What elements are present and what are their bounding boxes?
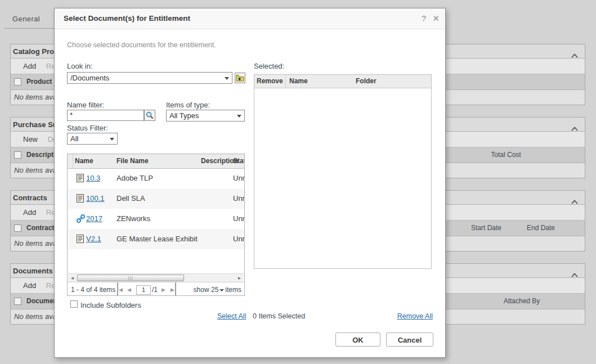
page-next-icon[interactable]: ▶ [162, 282, 165, 296]
look-in-label: Look in: [67, 62, 93, 70]
add-button[interactable]: Add [23, 208, 36, 217]
name-filter-input[interactable]: * [67, 110, 144, 121]
table-row[interactable]: 100.1 Dell SLA Unreleased [68, 188, 244, 209]
status-filter-select[interactable]: All [67, 133, 118, 145]
panel-title: Documents [11, 267, 53, 275]
page-first-icon[interactable]: ◀ [117, 282, 123, 296]
column-folder[interactable]: Folder [356, 75, 377, 88]
column-start-date[interactable]: Start Date [458, 221, 514, 236]
select-all-link[interactable]: Select All [217, 312, 246, 320]
caret-down-icon [237, 115, 241, 118]
select-all-checkbox[interactable] [14, 151, 21, 159]
scrollbar-right-icon[interactable]: ► [235, 274, 244, 282]
page-last-icon[interactable]: ▶ [171, 282, 176, 296]
select-all-checkbox[interactable] [14, 224, 21, 232]
column-remove[interactable]: Remove [257, 75, 283, 88]
column-label[interactable]: Product [26, 74, 52, 89]
caret-down-icon [219, 289, 224, 291]
file-name: Adobe TLP [116, 174, 153, 182]
include-subfolders-label: Include Subfolders [80, 301, 141, 309]
look-in-select[interactable]: /Documents [67, 72, 232, 84]
caret-down-icon [225, 77, 229, 80]
name-filter-label: Name filter: [67, 101, 104, 109]
table-row[interactable]: 10.3 Adobe TLP Unreleased [68, 168, 244, 188]
include-subfolders-checkbox[interactable] [70, 300, 78, 308]
column-file-name[interactable]: File Name [116, 154, 149, 168]
file-name: GE Master Lease Exhibit [116, 235, 198, 243]
horizontal-scrollbar[interactable]: ◄ ► ||| [68, 273, 244, 282]
close-icon[interactable]: ✕ [432, 14, 440, 24]
folder-up-icon [236, 74, 244, 82]
search-button[interactable] [144, 110, 155, 121]
selected-table: Remove Name Folder [254, 74, 432, 269]
items-of-type-label: Items of type: [166, 101, 210, 109]
column-name[interactable]: Name [289, 75, 308, 88]
add-button[interactable]: Add [23, 281, 36, 290]
page-number-input[interactable]: 1 [136, 285, 151, 295]
page-size-value[interactable]: 25 [211, 286, 218, 294]
chevron-up-icon[interactable] [571, 48, 578, 53]
dialog-titlebar: Select Document(s) for Entitlement ? ✕ [55, 8, 445, 29]
caret-down-icon [110, 138, 114, 141]
table-row[interactable]: 2017 ZENworks Unreleased [68, 209, 244, 229]
items-selected-count: 0 Items Selected [253, 312, 305, 320]
status-filter-label: Status Filter: [67, 124, 108, 132]
column-name[interactable]: Name [75, 154, 93, 168]
status-value: Unreleased [233, 214, 245, 223]
document-icon [77, 235, 84, 245]
select-all-checkbox[interactable] [14, 78, 21, 86]
header-gutter [68, 154, 73, 168]
chevron-up-icon[interactable] [571, 268, 578, 272]
chain-link-icon [77, 214, 85, 225]
new-button[interactable]: New [23, 135, 38, 143]
table-header: Name File Name Description Status [68, 154, 244, 169]
document-icon [77, 194, 84, 205]
dialog-subtitle: Choose selected documents for the entitl… [67, 41, 216, 49]
column-end-date[interactable]: End Date [513, 221, 569, 236]
document-list-table: Name File Name Description Status 10.3 A… [67, 154, 245, 296]
add-button[interactable]: Add [23, 62, 36, 70]
cancel-button[interactable]: Cancel [386, 332, 433, 347]
document-link[interactable]: 2017 [86, 214, 102, 223]
document-link[interactable]: V2.1 [86, 235, 101, 243]
panel-title: Contracts [11, 194, 47, 202]
help-icon[interactable]: ? [422, 14, 426, 23]
folder-up-button[interactable] [235, 73, 245, 83]
document-icon [77, 174, 84, 185]
magnifier-icon [146, 111, 154, 119]
status-filter-value: All [70, 134, 78, 143]
show-label: show [194, 286, 209, 294]
dialog-title: Select Document(s) for Entitlement [64, 8, 190, 29]
selected-table-header: Remove Name Folder [254, 75, 431, 88]
scrollbar-left-icon[interactable]: ◄ [68, 274, 77, 282]
items-label: items [225, 286, 241, 294]
file-name: ZENworks [116, 214, 150, 223]
column-total-cost[interactable]: Total Cost [472, 147, 540, 163]
column-divider [285, 75, 286, 88]
look-in-value: /Documents [70, 74, 109, 82]
status-value: Unreleased [233, 235, 245, 243]
items-range: 1 - 4 of 4 items [71, 282, 115, 296]
remove-all-link[interactable]: Remove All [397, 312, 433, 320]
page-total: /1 [152, 282, 158, 296]
scrollbar-thumb[interactable]: ||| [77, 275, 184, 281]
column-status[interactable]: Status [233, 154, 245, 168]
select-documents-dialog: Select Document(s) for Entitlement ? ✕ C… [54, 8, 446, 358]
column-attached-by[interactable]: Attached By [488, 294, 555, 309]
tab-general[interactable]: General [12, 15, 40, 23]
chevron-up-icon[interactable] [571, 195, 578, 199]
page-prev-icon[interactable]: ◀ [127, 282, 131, 296]
status-value: Unreleased [233, 194, 245, 203]
document-link[interactable]: 10.3 [86, 174, 100, 182]
chevron-up-icon[interactable] [571, 122, 578, 126]
table-row[interactable]: V2.1 GE Master Lease Exhibit Unreleased [68, 229, 244, 249]
ok-button[interactable]: OK [335, 332, 380, 347]
select-all-checkbox[interactable] [14, 298, 21, 305]
status-value: Unreleased [233, 174, 245, 182]
tab-underline [5, 28, 54, 29]
document-link[interactable]: 100.1 [86, 194, 105, 203]
page-size-control[interactable]: show 25items [194, 282, 241, 296]
items-of-type-select[interactable]: All Types [166, 110, 245, 122]
items-of-type-value: All Types [169, 111, 199, 120]
selected-label: Selected: [254, 62, 284, 70]
